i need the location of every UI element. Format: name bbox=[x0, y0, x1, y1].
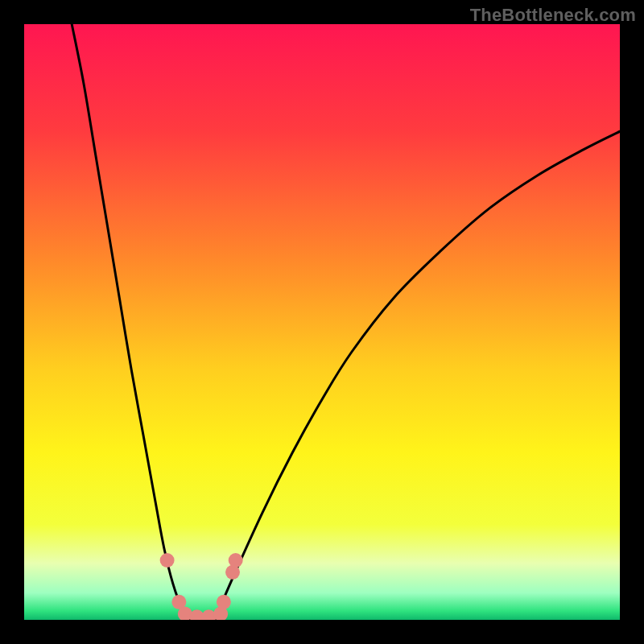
gradient-background bbox=[24, 24, 620, 620]
watermark-text: TheBottleneck.com bbox=[470, 5, 636, 26]
bottleneck-chart bbox=[24, 24, 620, 620]
plot-area bbox=[24, 24, 620, 620]
data-point-8 bbox=[229, 553, 243, 568]
data-point-0 bbox=[160, 553, 175, 568]
chart-frame: TheBottleneck.com bbox=[0, 0, 644, 644]
data-point-6 bbox=[217, 595, 231, 609]
